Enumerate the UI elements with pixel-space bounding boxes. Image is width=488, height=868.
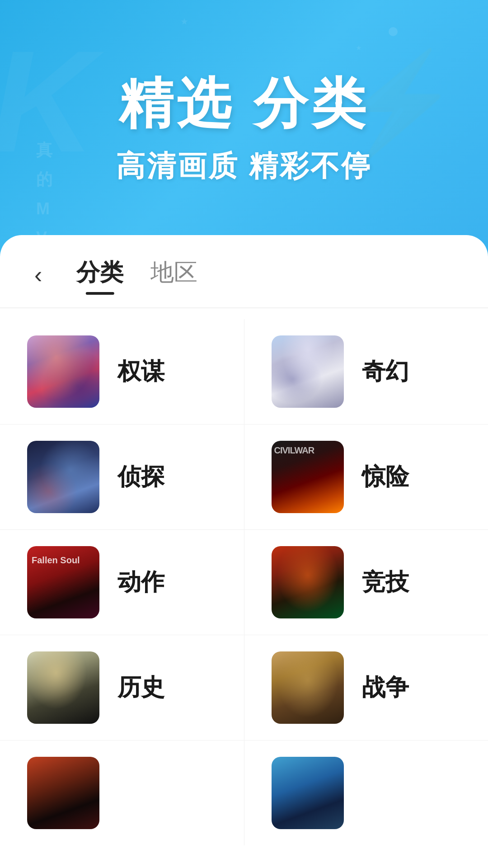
category-label-jingxian: 惊险 bbox=[362, 461, 409, 493]
category-item-qihuan[interactable]: 奇幻 bbox=[244, 319, 488, 424]
category-item-zhanzhen[interactable]: 战争 bbox=[244, 635, 488, 740]
category-label-jingji: 竞技 bbox=[362, 566, 409, 598]
deco-star-2 bbox=[181, 18, 188, 25]
category-row-4: 历史 战争 bbox=[0, 635, 488, 741]
category-grid: 权谋 奇幻 侦探 惊险 动作 bbox=[0, 308, 488, 856]
category-row-2: 侦探 惊险 bbox=[0, 425, 488, 530]
category-row-3: 动作 竞技 bbox=[0, 530, 488, 635]
category-item-lishi[interactable]: 历史 bbox=[0, 635, 244, 740]
hero-subtitle: 高清画质 精彩不停 bbox=[116, 146, 372, 186]
panel-header: ‹ 分类 地区 bbox=[0, 235, 488, 293]
hero-title: 精选 分类 bbox=[119, 67, 369, 141]
deco-dot-1 bbox=[389, 27, 398, 36]
category-item-jingxian[interactable]: 惊险 bbox=[244, 425, 488, 529]
category-item-row5a[interactable] bbox=[0, 741, 244, 845]
category-item-row5b[interactable] bbox=[244, 741, 488, 845]
category-thumb-lishi bbox=[27, 651, 99, 724]
category-thumb-jingxian bbox=[272, 441, 344, 513]
category-label-quanmou: 权谋 bbox=[117, 356, 164, 387]
hero-title-part1: 精选 bbox=[119, 73, 235, 133]
category-thumb-row5a bbox=[27, 757, 99, 829]
category-row-5 bbox=[0, 741, 488, 845]
card-panel: ‹ 分类 地区 权谋 奇幻 侦探 惊险 bbox=[0, 235, 488, 868]
category-thumb-jingji bbox=[272, 546, 344, 618]
category-label-zhanzhen: 战争 bbox=[362, 672, 409, 703]
category-item-dongzuo[interactable]: 动作 bbox=[0, 530, 244, 635]
category-thumb-row5b bbox=[272, 757, 344, 829]
hero-section: K ⚡ 真的MV 精选 分类 高清画质 精彩不停 bbox=[0, 0, 488, 253]
back-button[interactable]: ‹ bbox=[27, 259, 49, 290]
category-label-dongzuo: 动作 bbox=[117, 566, 164, 598]
category-thumb-qihuan bbox=[272, 335, 344, 408]
category-item-jingji[interactable]: 竞技 bbox=[244, 530, 488, 635]
hero-title-part2: 分类 bbox=[253, 73, 369, 133]
tabs-container: 分类 地区 bbox=[76, 257, 197, 293]
category-item-zhentan[interactable]: 侦探 bbox=[0, 425, 244, 529]
category-thumb-dongzuo bbox=[27, 546, 99, 618]
category-item-quanmou[interactable]: 权谋 bbox=[0, 319, 244, 424]
category-thumb-zhanzhen bbox=[272, 651, 344, 724]
category-label-zhentan: 侦探 bbox=[117, 461, 164, 493]
tab-diqu[interactable]: 地区 bbox=[150, 257, 197, 293]
category-label-lishi: 历史 bbox=[117, 672, 164, 703]
category-row-1: 权谋 奇幻 bbox=[0, 319, 488, 425]
category-thumb-zhentan bbox=[27, 441, 99, 513]
category-thumb-quanmou bbox=[27, 335, 99, 408]
tab-fenlei[interactable]: 分类 bbox=[76, 257, 123, 293]
category-label-qihuan: 奇幻 bbox=[362, 356, 409, 387]
